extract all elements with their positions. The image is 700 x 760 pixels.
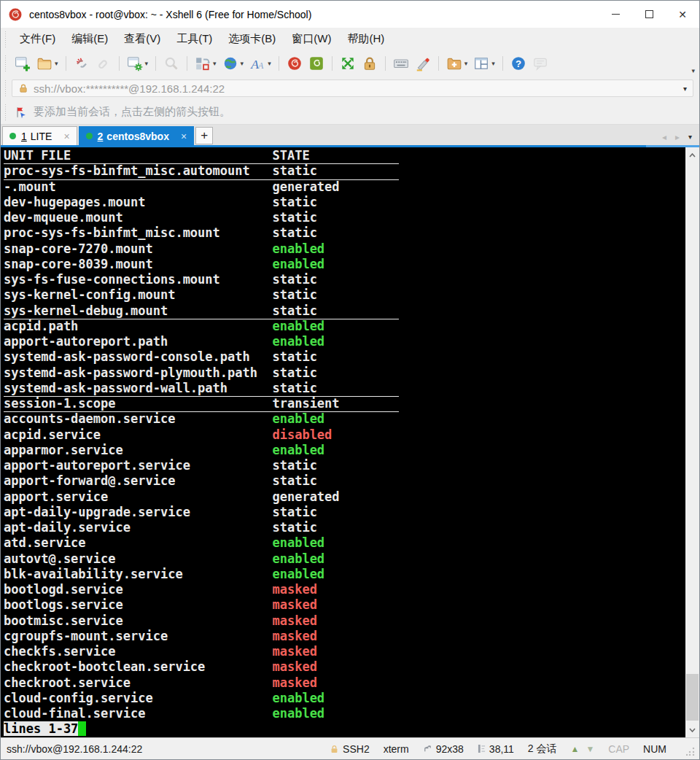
toolbar-separator bbox=[279, 56, 279, 71]
feedback-button[interactable] bbox=[529, 53, 551, 74]
status-terminal-type: xterm bbox=[384, 743, 409, 755]
toolbar-separator bbox=[66, 56, 66, 71]
close-button[interactable]: ✕ bbox=[666, 1, 699, 28]
dropdown-caret-icon[interactable]: ▾ bbox=[268, 60, 271, 67]
tab-close-icon[interactable]: × bbox=[181, 131, 187, 142]
tab-scroll-left-icon[interactable]: ◂ bbox=[662, 133, 666, 141]
menu-item-2[interactable]: 查看(V) bbox=[116, 29, 168, 47]
toolbar-overflow-caret-icon[interactable]: ▾ bbox=[691, 67, 695, 74]
address-field[interactable]: ssh://vbox:**********@192.168.1.244:22 ▾ bbox=[12, 80, 693, 97]
new-tab-button[interactable]: + bbox=[195, 127, 213, 144]
state-cell: masked bbox=[272, 629, 316, 643]
tab-scroll-right-icon[interactable]: ▸ bbox=[675, 133, 680, 141]
terminal-row: proc-sys-fs-binfmt_misc.automountstatic bbox=[4, 163, 685, 179]
toolbar-grip[interactable] bbox=[4, 55, 7, 71]
highlight-icon bbox=[415, 55, 431, 71]
toolbar-separator bbox=[155, 56, 156, 71]
tab-menu-caret-icon[interactable]: ▾ bbox=[688, 133, 692, 141]
unit-file-cell: apport-autoreport.service bbox=[4, 458, 272, 473]
flag-icon[interactable] bbox=[15, 106, 28, 119]
tab-lite[interactable]: 1LITE× bbox=[2, 126, 77, 145]
tab-close-icon[interactable]: × bbox=[63, 131, 69, 142]
info-bar: 要添加当前会话，点击左侧的箭头按钮。 bbox=[1, 100, 699, 125]
tile-windows-button[interactable]: ▾ bbox=[470, 53, 498, 74]
dropdown-caret-icon[interactable]: ▾ bbox=[213, 60, 217, 67]
terminal-row: dev-hugepages.mountstatic bbox=[4, 195, 685, 210]
info-message: 要添加当前会话，点击左侧的箭头按钮。 bbox=[34, 105, 230, 119]
unit-file-cell: checkroot.service bbox=[4, 675, 272, 691]
xshell-button[interactable] bbox=[284, 53, 306, 74]
fullscreen-button[interactable] bbox=[337, 53, 359, 74]
resize-grip[interactable] bbox=[686, 747, 695, 756]
unit-file-cell: apport-forward@.service bbox=[4, 473, 272, 489]
state-cell: static bbox=[272, 303, 316, 318]
find-button[interactable] bbox=[160, 53, 182, 74]
tab-centos8vbox[interactable]: 2centos8vbox× bbox=[79, 126, 195, 145]
font-icon: AA bbox=[249, 55, 265, 71]
dropdown-caret-icon[interactable]: ▾ bbox=[145, 60, 149, 67]
arrow-down-icon[interactable]: ▼ bbox=[586, 744, 594, 754]
terminal-area: UNIT FILESTATEproc-sys-fs-binfmt_misc.au… bbox=[1, 147, 699, 737]
scroll-up-icon[interactable] bbox=[685, 149, 699, 161]
dropdown-caret-icon[interactable]: ▾ bbox=[464, 60, 468, 67]
arrow-up-icon[interactable]: ▲ bbox=[571, 744, 580, 754]
toolbar-grip[interactable] bbox=[4, 80, 7, 96]
highlight-button[interactable] bbox=[412, 53, 434, 74]
menu-item-4[interactable]: 选项卡(B) bbox=[220, 29, 284, 47]
virtual-keyboard-button[interactable] bbox=[390, 53, 412, 74]
terminal-screen[interactable]: UNIT FILESTATEproc-sys-fs-binfmt_misc.au… bbox=[1, 147, 685, 737]
menu-item-0[interactable]: 文件(F) bbox=[12, 29, 63, 47]
state-cell: static bbox=[272, 458, 316, 473]
help-button[interactable]: ? bbox=[508, 53, 529, 74]
lock-screen-icon bbox=[362, 55, 378, 71]
reconnect-icon bbox=[96, 55, 112, 71]
toolbar-grip[interactable] bbox=[4, 104, 7, 120]
web-browser-button[interactable]: ▾ bbox=[219, 53, 247, 74]
unit-file-cell: checkfs.service bbox=[4, 644, 272, 659]
state-cell: static bbox=[272, 163, 316, 178]
unit-file-cell: UNIT FILE bbox=[4, 148, 272, 163]
menu-item-1[interactable]: 编辑(E) bbox=[63, 29, 116, 47]
disconnect-button[interactable] bbox=[71, 53, 93, 74]
font-button[interactable]: AA▾ bbox=[246, 53, 274, 74]
xftp-icon bbox=[308, 55, 324, 71]
toolbar-separator bbox=[332, 56, 332, 71]
lock-screen-button[interactable] bbox=[359, 53, 381, 74]
reconnect-button[interactable] bbox=[93, 53, 114, 74]
scroll-down-icon[interactable] bbox=[685, 724, 699, 736]
toolbar-separator bbox=[438, 56, 439, 71]
find-icon bbox=[163, 55, 179, 71]
menu-item-3[interactable]: 工具(T) bbox=[168, 29, 220, 47]
dropdown-caret-icon[interactable]: ▾ bbox=[491, 60, 495, 67]
state-cell: transient bbox=[272, 396, 339, 411]
status-screen-size: 92x38 bbox=[423, 743, 464, 755]
add-session-folder-button[interactable]: ▾ bbox=[443, 53, 471, 74]
dropdown-caret-icon[interactable]: ▾ bbox=[241, 60, 244, 67]
address-dropdown-caret-icon[interactable]: ▾ bbox=[683, 85, 687, 93]
scrollbar-thumb[interactable] bbox=[686, 674, 699, 721]
state-cell: disabled bbox=[272, 427, 332, 442]
terminal-scrollbar[interactable] bbox=[685, 147, 699, 737]
session-properties-button[interactable]: ▾ bbox=[124, 53, 152, 74]
toolbar-grip[interactable] bbox=[4, 31, 7, 47]
state-cell: generated bbox=[272, 489, 339, 504]
open-session-button[interactable]: ▾ bbox=[34, 53, 61, 74]
state-cell: enabled bbox=[272, 257, 324, 271]
maximize-button[interactable] bbox=[632, 1, 666, 28]
dropdown-caret-icon[interactable]: ▾ bbox=[55, 60, 58, 67]
address-bar: ssh://vbox:**********@192.168.1.244:22 ▾ bbox=[1, 77, 699, 100]
minimize-button[interactable] bbox=[599, 1, 632, 28]
tab-label: centos8vbox bbox=[106, 131, 169, 142]
state-cell: static bbox=[272, 272, 316, 287]
menu-item-5[interactable]: 窗口(W) bbox=[284, 29, 339, 47]
new-session-button[interactable] bbox=[12, 53, 34, 74]
menu-item-6[interactable]: 帮助(H) bbox=[339, 29, 392, 47]
xftp-button[interactable] bbox=[306, 53, 327, 74]
layout-button[interactable]: ▾ bbox=[192, 53, 219, 74]
terminal-row: checkfs.servicemasked bbox=[4, 644, 685, 659]
tab-number: 1 bbox=[21, 131, 27, 142]
xshell-logo-icon bbox=[8, 7, 23, 22]
unit-file-cell: apport-autoreport.path bbox=[4, 334, 272, 349]
address-input[interactable]: ssh://vbox:**********@192.168.1.244:22 bbox=[34, 82, 679, 95]
unit-file-cell: apport.service bbox=[4, 489, 272, 505]
